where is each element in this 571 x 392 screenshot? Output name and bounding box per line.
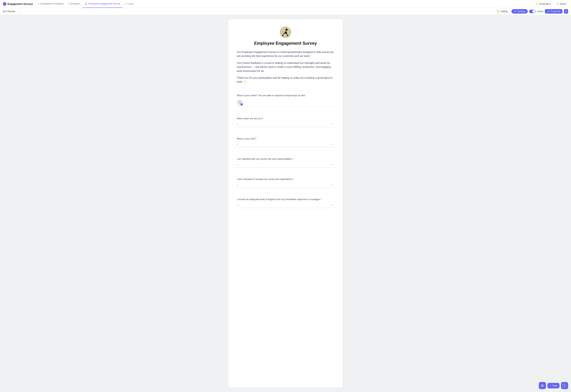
add-person-icon: + [241, 103, 243, 106]
apps-button[interactable] [561, 382, 568, 389]
role-dropdown[interactable]: – [237, 141, 334, 147]
tab-verbatims-label: Verbatims [70, 2, 81, 5]
dot-8 [564, 386, 565, 387]
support-dropdown-wrap: – [237, 202, 334, 208]
survey-description-3: Thank you for your participation and for… [237, 76, 334, 84]
bottom-toolbar: ⊞ + Task [539, 382, 568, 389]
divider-2 [237, 112, 334, 112]
motivated-dropdown-wrap: – [237, 182, 334, 188]
tab-survey[interactable]: 📋 Employee Engagement Survey [83, 0, 122, 8]
plus-icon: + [124, 2, 126, 5]
automate-button[interactable]: ⚡ Automate ▾ [533, 1, 553, 6]
plus-label: + View [126, 2, 133, 5]
dot-9 [566, 386, 566, 387]
tab-verbatims[interactable]: ≡ Verbatims [66, 0, 83, 8]
tab-survey-label: Employee Engagement Survey [88, 2, 120, 5]
more-button[interactable]: ▾ [564, 9, 568, 14]
automate-label: Automate [539, 2, 549, 5]
status-area: Active 🔗 Copy link ▾ [529, 9, 568, 14]
active-toggle-wrap: Active [529, 10, 543, 13]
dot-2 [564, 384, 565, 385]
share-label: Share [559, 2, 566, 5]
automate-chevron: ▾ [550, 2, 551, 5]
top-nav: ○ Engagement Surveys ≡ Quantitative Feed… [0, 0, 571, 8]
copy-link-button[interactable]: 🔗 Copy link [545, 9, 562, 14]
satisfied-dropdown[interactable]: – [237, 162, 334, 168]
brand-icon: ○ [3, 2, 6, 6]
nav-right-actions: ⚡ Automate ▾ ↗ Share [533, 1, 568, 6]
role-dropdown-wrap: – [237, 141, 334, 147]
dot-1 [562, 384, 563, 385]
plus-view[interactable]: + + View [123, 0, 135, 8]
tab-quantitative[interactable]: ≡ Quantitative Feedback [36, 0, 66, 8]
toggle-knob [532, 10, 535, 13]
tab-quantitative-label: Quantitative Feedback [40, 2, 63, 5]
divider-4 [237, 152, 334, 153]
dot-4 [562, 385, 563, 386]
automate-icon: ⚡ [535, 2, 538, 5]
results-count: 6 Results [6, 10, 15, 13]
active-toggle[interactable] [529, 10, 536, 13]
viewing-label: Viewing [517, 10, 525, 13]
dot-6 [566, 385, 566, 386]
sub-nav-right: ✏️ Editing 👁 Viewing Active 🔗 Copy link … [494, 9, 568, 14]
edit-icon: ✏️ [497, 10, 500, 13]
task-icon: + [550, 384, 551, 387]
field-role-label: What is your role?* [237, 137, 334, 140]
divider-6 [237, 193, 334, 193]
share-icon: ↗ [557, 2, 559, 5]
survey-description-1: Our Employee Engagement Survey is a brie… [237, 50, 334, 58]
field-support: I receive an adequate level of support f… [237, 198, 334, 208]
dot-5 [564, 385, 565, 386]
brand[interactable]: ○ Engagement Surveys [3, 2, 33, 6]
team-dropdown-wrap: – [237, 121, 334, 127]
support-dropdown[interactable]: – [237, 202, 334, 208]
survey-card: Employee Engagement Survey Our Employee … [228, 19, 343, 388]
field-satisfied-label: I am satisfied with my current role and … [237, 157, 334, 160]
results-badge: ⊞ 6 Results [3, 10, 15, 13]
editing-button[interactable]: ✏️ Editing [494, 9, 510, 14]
survey-description-2: Your honest feedback is crucial in helpi… [237, 61, 334, 73]
divider-3 [237, 132, 334, 132]
team-dropdown[interactable]: – [237, 121, 334, 127]
task-button[interactable]: + Task [547, 383, 559, 388]
field-team: Which team are you on?* – [237, 117, 334, 127]
svg-point-1 [286, 28, 288, 31]
editing-label: Editing [500, 10, 508, 13]
task-label: Task [552, 384, 557, 387]
view-icon: 👁 [514, 10, 516, 13]
download-button[interactable]: ↓ [17, 9, 22, 14]
copy-link-icon: 🔗 [547, 10, 550, 13]
field-motivated: I feel motivated to exceed my current jo… [237, 178, 334, 188]
survey-title: Employee Engagement Survey [237, 41, 334, 46]
field-team-label: Which team are you on?* [237, 117, 334, 120]
field-role: What is your role?* – [237, 137, 334, 147]
field-motivated-label: I feel motivated to exceed my current jo… [237, 178, 334, 181]
divider-1 [237, 89, 334, 89]
motivated-dropdown[interactable]: – [237, 182, 334, 188]
main-content: Employee Engagement Survey Our Employee … [0, 15, 571, 392]
brand-name: Engagement Surveys [8, 2, 33, 5]
active-label: Active [537, 10, 543, 13]
dot-3 [566, 384, 566, 385]
apps-grid-icon [562, 384, 567, 387]
dot-7 [562, 386, 563, 387]
field-satisfied: I am satisfied with my current role and … [237, 157, 334, 168]
quantitative-icon: ≡ [38, 2, 39, 5]
survey-icon: 📋 [85, 2, 87, 5]
person-input[interactable]: + [237, 98, 334, 107]
person-icon[interactable]: + [237, 100, 243, 105]
survey-avatar-wrap [237, 27, 334, 38]
results-icon: ⊞ [3, 10, 5, 13]
grid-view-button[interactable]: ⊞ [539, 382, 546, 389]
share-button[interactable]: ↗ Share [554, 1, 568, 6]
field-name-label: What is your name? You are able to respo… [237, 94, 334, 97]
svg-point-3 [287, 35, 288, 36]
viewing-button[interactable]: 👁 Viewing [512, 9, 528, 14]
svg-point-4 [239, 101, 240, 102]
sub-nav-left: ⊞ 6 Results ↓ [3, 9, 22, 14]
verbatims-icon: ≡ [68, 2, 69, 5]
copy-link-label: Copy link [551, 10, 560, 13]
field-name: What is your name? You are able to respo… [237, 94, 334, 107]
field-support-label: I receive an adequate level of support f… [237, 198, 334, 201]
